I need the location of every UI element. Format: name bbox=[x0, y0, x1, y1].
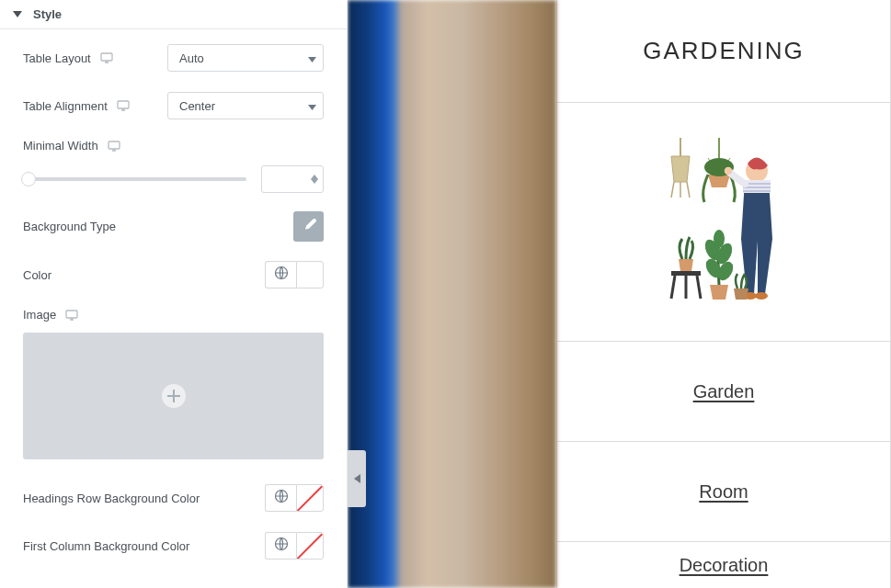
section-body: Table Layout Auto Table Alignment bbox=[0, 29, 347, 588]
color-label: Color bbox=[23, 268, 51, 282]
section-title: Style bbox=[33, 7, 62, 21]
panel-collapse-handle[interactable] bbox=[348, 450, 366, 507]
table-link-cell-decoration: Decoration bbox=[557, 542, 891, 588]
color-swatch[interactable] bbox=[296, 261, 324, 288]
responsive-icon[interactable] bbox=[100, 52, 113, 63]
background-image-picker[interactable] bbox=[23, 333, 324, 459]
table-alignment-value: Center bbox=[167, 92, 324, 119]
control-color: Color bbox=[23, 260, 324, 289]
slider-thumb[interactable] bbox=[21, 172, 36, 187]
image-label: Image bbox=[23, 308, 56, 322]
responsive-icon[interactable] bbox=[65, 310, 78, 321]
table-alignment-label: Table Alignment bbox=[23, 99, 108, 113]
background-image-strip bbox=[348, 0, 556, 588]
responsive-icon[interactable] bbox=[117, 100, 130, 111]
section-header-style[interactable]: Style bbox=[0, 0, 347, 29]
caret-down-icon bbox=[13, 11, 22, 17]
garden-link[interactable]: Garden bbox=[693, 381, 755, 402]
first-column-bg-label: First Column Background Color bbox=[23, 539, 189, 553]
table-layout-label: Table Layout bbox=[23, 51, 91, 65]
minimal-width-input[interactable] bbox=[261, 165, 324, 193]
table-link-cell-room: Room bbox=[557, 442, 891, 542]
control-headings-row-bg: Headings Row Background Color bbox=[23, 483, 324, 513]
number-stepper[interactable] bbox=[306, 175, 323, 184]
control-table-alignment: Table Alignment Center bbox=[23, 91, 324, 120]
table-header-text: GARDENING bbox=[643, 37, 804, 65]
preview-table-column: GARDENING bbox=[556, 0, 891, 588]
svg-rect-1 bbox=[118, 101, 129, 108]
minimal-width-field[interactable] bbox=[262, 173, 306, 186]
table-link-cell-garden: Garden bbox=[557, 342, 891, 442]
global-color-button[interactable] bbox=[265, 261, 296, 288]
background-type-classic-button[interactable] bbox=[293, 211, 324, 242]
preview-canvas: GARDENING bbox=[348, 0, 891, 588]
control-image: Image bbox=[23, 308, 324, 459]
globe-icon bbox=[274, 266, 289, 284]
background-type-label: Background Type bbox=[23, 220, 116, 233]
globe-icon bbox=[274, 537, 289, 555]
svg-line-21 bbox=[671, 276, 675, 299]
responsive-icon[interactable] bbox=[108, 141, 120, 152]
globe-icon bbox=[274, 489, 289, 507]
color-swatch-empty[interactable] bbox=[296, 484, 324, 512]
headings-row-bg-label: Headings Row Background Color bbox=[23, 492, 200, 505]
control-background-type: Background Type bbox=[23, 211, 324, 242]
plus-icon bbox=[162, 384, 186, 408]
control-first-column-bg: First Column Background Color bbox=[23, 531, 324, 560]
svg-point-19 bbox=[755, 292, 768, 300]
brush-icon bbox=[302, 218, 316, 236]
table-alignment-select[interactable]: Center bbox=[167, 92, 324, 119]
svg-point-28 bbox=[714, 230, 725, 248]
global-color-button[interactable] bbox=[265, 484, 296, 512]
minimal-width-slider[interactable] bbox=[23, 177, 246, 181]
table-image-cell bbox=[557, 103, 891, 343]
control-table-layout: Table Layout Auto bbox=[23, 43, 324, 73]
global-color-button[interactable] bbox=[265, 532, 296, 560]
table-layout-value: Auto bbox=[167, 44, 324, 72]
decoration-link[interactable]: Decoration bbox=[680, 555, 769, 576]
table-header-cell: GARDENING bbox=[557, 0, 891, 103]
style-sidebar: Style Table Layout Auto Table Alignment bbox=[0, 0, 348, 588]
svg-rect-20 bbox=[671, 271, 701, 276]
gardening-illustration bbox=[662, 138, 786, 307]
svg-rect-4 bbox=[66, 311, 77, 318]
color-swatch-empty[interactable] bbox=[296, 532, 324, 560]
room-link[interactable]: Room bbox=[699, 481, 748, 503]
chevron-left-icon bbox=[354, 470, 360, 487]
svg-point-17 bbox=[725, 167, 732, 175]
control-minimal-width: Minimal Width bbox=[23, 139, 324, 193]
svg-line-22 bbox=[697, 276, 701, 299]
svg-rect-2 bbox=[109, 141, 120, 149]
table-layout-select[interactable]: Auto bbox=[167, 44, 324, 72]
svg-rect-0 bbox=[101, 53, 112, 61]
minimal-width-label: Minimal Width bbox=[23, 139, 98, 153]
